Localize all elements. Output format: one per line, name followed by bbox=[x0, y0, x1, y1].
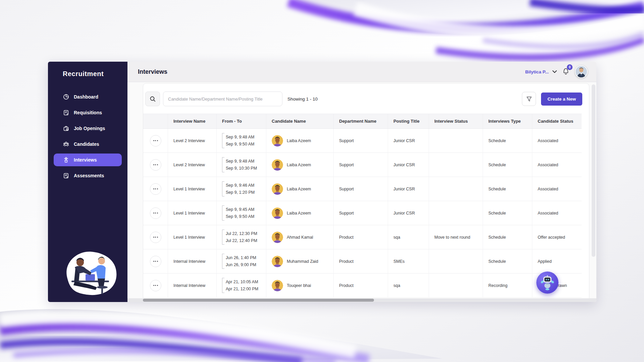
from-datetime: Apr 21, 10:05 AM bbox=[226, 280, 258, 284]
cell-candidate-status: Offer accepted bbox=[532, 225, 582, 249]
sidebar-item-label: Dashboard bbox=[74, 94, 98, 100]
table-row: Level 1 Interview Sep 9, 9:45 AM Sep 9, … bbox=[143, 201, 582, 225]
row-menu-button[interactable] bbox=[150, 256, 161, 267]
from-datetime: Sep 9, 9:46 AM bbox=[226, 183, 255, 188]
sidebar-item-dashboard[interactable]: Dashboard bbox=[54, 90, 122, 103]
toolbar: Showing 1 - 10 Create a New bbox=[143, 92, 589, 114]
cell-interviews-type: Schedule bbox=[483, 225, 532, 249]
to-datetime: Apr 21, 12:00 PM bbox=[226, 287, 258, 291]
candidate-name: Laiba Azeem bbox=[287, 163, 311, 167]
col-interview-name: Interview Name bbox=[168, 114, 217, 128]
sidebar-item-candidates[interactable]: Candidates bbox=[54, 138, 122, 150]
cell-candidate-name: Touqeer bhai bbox=[266, 274, 334, 297]
cell-candidate-name: Ahmad Kamal bbox=[266, 225, 334, 249]
cell-candidate-status: Applied bbox=[532, 249, 582, 273]
user-area: Bilytica P... 0 bbox=[525, 65, 588, 78]
to-datetime: Sep 9, 1:20 PM bbox=[226, 190, 255, 195]
main-area: Interviews Bilytica P... 0 bbox=[127, 62, 596, 302]
notifications-button[interactable]: 0 bbox=[562, 67, 570, 76]
cell-interview-status bbox=[429, 201, 483, 225]
sidebar-item-assessments[interactable]: Assessments bbox=[54, 169, 122, 182]
filter-button[interactable] bbox=[522, 92, 536, 106]
candidate-avatar bbox=[272, 159, 283, 171]
cell-from-to: Jul 22, 12:30 PM Jul 22, 12:40 PM bbox=[217, 225, 266, 249]
cell-candidate-status: Associated bbox=[532, 129, 582, 153]
col-actions bbox=[143, 114, 168, 128]
sidebar-item-requisitions[interactable]: Requisitions bbox=[54, 106, 122, 119]
sidebar-item-interviews[interactable]: Interviews bbox=[54, 154, 122, 166]
to-datetime: Sep 9, 9:50 AM bbox=[226, 214, 254, 219]
cell-candidate-name: Laiba Azeem bbox=[266, 153, 334, 177]
row-menu-button[interactable] bbox=[150, 207, 161, 219]
cell-posting-title: Junior CSR bbox=[388, 201, 429, 225]
row-menu-button[interactable] bbox=[150, 232, 161, 243]
assessments-icon bbox=[63, 172, 69, 179]
cell-interview-name: Internal Interview bbox=[168, 274, 217, 297]
showing-count: Showing 1 - 10 bbox=[287, 97, 318, 102]
table-row: Level 1 Interview Sep 9, 9:46 AM Sep 9, … bbox=[143, 177, 582, 201]
col-candidate-name: Candidate Name bbox=[266, 114, 334, 128]
cell-department-name: Support bbox=[334, 153, 388, 177]
candidate-avatar bbox=[272, 183, 283, 195]
cell-posting-title: Junior CSR bbox=[388, 129, 429, 153]
from-datetime: Sep 9, 9:48 AM bbox=[226, 135, 254, 139]
sidebar-item-label: Assessments bbox=[74, 173, 104, 178]
cell-candidate-name: Laiba Azeem bbox=[266, 177, 334, 201]
cell-department-name: Support bbox=[334, 129, 388, 153]
col-interviews-type: Interviews Type bbox=[483, 114, 532, 128]
cell-from-to: Sep 9, 9:46 AM Sep 9, 1:20 PM bbox=[217, 177, 266, 201]
cell-posting-title: sqa bbox=[388, 225, 429, 249]
cell-candidate-name: Laiba Azeem bbox=[266, 129, 334, 153]
cell-interviews-type: Recording bbox=[483, 274, 532, 297]
col-department-name: Department Name bbox=[334, 114, 388, 128]
cell-interviews-type: Schedule bbox=[483, 153, 532, 177]
interview-illustration bbox=[60, 248, 119, 297]
sidebar-item-label: Candidates bbox=[74, 141, 99, 147]
cell-posting-title: sqa bbox=[388, 274, 429, 297]
horizontal-scrollbar-thumb[interactable] bbox=[143, 299, 374, 302]
row-menu-button[interactable] bbox=[150, 159, 161, 171]
cell-department-name: Product bbox=[334, 225, 388, 249]
filter-icon bbox=[526, 96, 532, 102]
search-input[interactable] bbox=[163, 92, 282, 106]
dashboard-icon bbox=[63, 94, 69, 100]
robot-assistant-button[interactable] bbox=[536, 272, 558, 294]
from-datetime: Sep 9, 9:48 AM bbox=[226, 159, 257, 164]
cell-candidate-name: Muhammad Zaid bbox=[266, 249, 334, 273]
col-interview-status: Interview Status bbox=[429, 114, 483, 128]
org-menu[interactable]: Bilytica P... bbox=[525, 69, 549, 74]
col-from-to: From - To bbox=[217, 114, 266, 128]
create-new-button[interactable]: Create a New bbox=[541, 93, 582, 106]
horizontal-scrollbar[interactable] bbox=[127, 298, 596, 302]
cell-interview-name: Internal Interview bbox=[168, 249, 217, 273]
cell-posting-title: Junior CSR bbox=[388, 177, 429, 201]
vertical-scrollbar[interactable] bbox=[592, 84, 595, 257]
to-datetime: Jun 26, 9:00 PM bbox=[226, 262, 256, 267]
candidate-avatar bbox=[272, 232, 283, 243]
table-row: Level 2 Interview Sep 9, 9:48 AM Sep 9, … bbox=[143, 129, 582, 153]
row-menu-button[interactable] bbox=[150, 183, 161, 195]
from-datetime: Sep 9, 9:45 AM bbox=[226, 207, 254, 212]
search-button[interactable] bbox=[145, 92, 160, 106]
row-menu-button[interactable] bbox=[150, 280, 161, 291]
chevron-down-icon[interactable] bbox=[552, 70, 557, 73]
cell-interview-status bbox=[429, 249, 483, 273]
cell-department-name: Product bbox=[334, 249, 388, 273]
cell-department-name: Support bbox=[334, 177, 388, 201]
to-datetime: Sep 9, 9:50 AM bbox=[226, 142, 254, 146]
row-menu-button[interactable] bbox=[150, 135, 161, 146]
candidate-avatar bbox=[272, 256, 283, 267]
cell-candidate-status: Associated bbox=[532, 201, 582, 225]
decorative-wave-top bbox=[275, 0, 644, 67]
cell-interviews-type: Schedule bbox=[483, 177, 532, 201]
table-row: Internal Interview Jun 26, 1:40 PM Jun 2… bbox=[143, 249, 582, 274]
sidebar-nav: Dashboard Requisitions Job Openings bbox=[48, 90, 127, 182]
cell-interview-name: Level 2 Interview bbox=[168, 153, 217, 177]
table-row: Level 1 Interview Jul 22, 12:30 PM Jul 2… bbox=[143, 225, 582, 249]
sidebar-item-job-openings[interactable]: Job Openings bbox=[54, 122, 122, 135]
interviews-icon bbox=[63, 157, 69, 163]
cell-interview-status: Move to next round bbox=[429, 225, 483, 249]
user-avatar[interactable] bbox=[575, 65, 588, 78]
cell-interview-name: Level 1 Interview bbox=[168, 201, 217, 225]
interviews-table: Interview Name From - To Candidate Name … bbox=[143, 114, 582, 301]
